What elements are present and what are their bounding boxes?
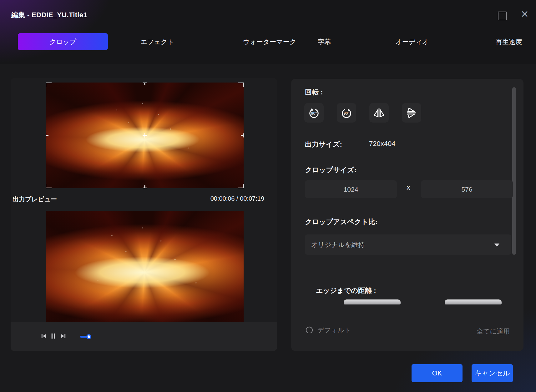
header-divider (0, 63, 536, 63)
tab-playback-speed[interactable]: 再生速度 (496, 38, 522, 46)
pause-icon (50, 333, 57, 339)
skip-next-icon (60, 333, 67, 339)
flip-vertical-button[interactable] (402, 103, 421, 123)
edit-dialog: 編集 - EDDIE_YU.Title1 ✕ クロップ エフェクト ウォーターマ… (0, 0, 536, 392)
cancel-button[interactable]: キャンセル (472, 364, 513, 382)
rotate-cw-90-icon: 90° (340, 106, 353, 120)
rotation-label: 回転 : (305, 88, 323, 97)
tab-subtitle[interactable]: 字幕 (318, 38, 331, 46)
output-size-label: 出力サイズ: (305, 140, 342, 149)
svg-text:90°: 90° (344, 111, 349, 116)
aspect-ratio-value: オリジナルを維持 (311, 234, 365, 255)
close-button[interactable]: ✕ (519, 8, 530, 21)
maximize-button[interactable] (498, 12, 507, 20)
ok-button[interactable]: OK (412, 364, 463, 382)
close-icon: ✕ (521, 9, 529, 20)
crop-handle-bottom[interactable] (143, 185, 147, 188)
svg-text:90°: 90° (311, 111, 317, 116)
crop-size-label: クロップサイズ: (305, 165, 356, 175)
crop-handle-left[interactable] (46, 133, 48, 138)
source-video-preview (46, 83, 244, 188)
rotate-ccw-90-button[interactable]: 90° (304, 103, 324, 123)
output-video-preview (46, 211, 244, 322)
default-button-label: デフォルト (317, 326, 351, 334)
aspect-ratio-dropdown[interactable]: オリジナルを維持 (305, 234, 511, 255)
output-size-value: 720x404 (369, 140, 395, 148)
rotate-cw-90-button[interactable]: 90° (337, 103, 356, 123)
crop-handle-bottom-left[interactable] (46, 184, 52, 188)
flip-horizontal-button[interactable] (369, 103, 389, 123)
skip-previous-button[interactable] (40, 333, 47, 339)
tab-crop-label: クロップ (49, 38, 76, 46)
edge-distance-label: エッジまでの距離 : (316, 286, 376, 295)
reset-icon (305, 326, 314, 334)
tab-audio[interactable]: オーディオ (396, 38, 429, 46)
default-button[interactable]: デフォルト (305, 326, 351, 334)
tab-crop[interactable]: クロップ (18, 33, 108, 50)
video-frame-image (46, 211, 244, 322)
panel-scrollbar[interactable] (512, 87, 516, 255)
edge-distance-slider-left[interactable] (344, 299, 401, 304)
crop-handle-top-left[interactable] (46, 83, 52, 87)
skip-previous-icon (40, 333, 47, 339)
crop-handle-right[interactable] (241, 133, 244, 138)
window-title: 編集 - EDDIE_YU.Title1 (11, 10, 87, 20)
edge-distance-slider-right[interactable] (445, 299, 502, 304)
crop-handle-bottom-right[interactable] (238, 184, 244, 188)
timecode: 00:00:06 / 00:07:19 (210, 195, 264, 202)
crop-size-separator: X (405, 184, 412, 192)
output-preview-label: 出力プレビュー (13, 195, 57, 204)
crop-center-crosshair-icon[interactable] (143, 133, 147, 138)
flip-vertical-icon (405, 106, 418, 120)
tab-effect[interactable]: エフェクト (140, 38, 174, 46)
skip-next-button[interactable] (60, 333, 67, 339)
tab-watermark[interactable]: ウォーターマーク (243, 38, 296, 46)
aspect-ratio-label: クロップアスペクト比: (305, 217, 377, 227)
rotate-ccw-90-icon: 90° (307, 106, 321, 120)
playback-progress-thumb[interactable] (86, 334, 91, 339)
crop-handle-top[interactable] (143, 83, 147, 85)
pause-button[interactable] (50, 333, 57, 339)
flip-horizontal-icon (372, 106, 386, 120)
chevron-down-icon (494, 244, 499, 247)
crop-width-input[interactable] (305, 180, 397, 198)
crop-height-input[interactable] (421, 180, 513, 198)
crop-handle-top-right[interactable] (238, 83, 244, 87)
apply-to-all-button[interactable]: 全てに適用 (477, 327, 510, 336)
